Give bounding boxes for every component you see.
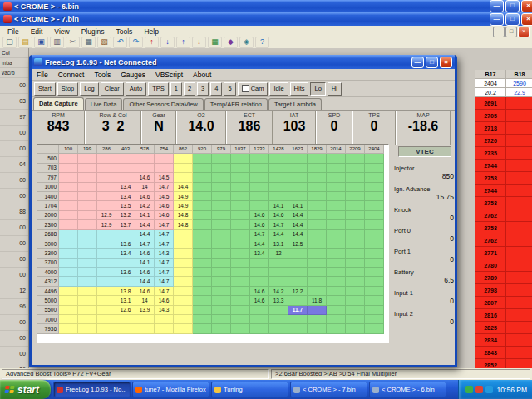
tab-target-lambda[interactable]: Target Lambda: [268, 98, 322, 110]
grid-cell[interactable]: [269, 315, 288, 324]
col-up-icon[interactable]: ↑: [176, 37, 190, 48]
table-cell[interactable]: [506, 110, 532, 122]
grid-cell[interactable]: [155, 324, 174, 333]
grid-cell[interactable]: [288, 173, 308, 182]
row-up-icon[interactable]: ↑: [145, 37, 159, 48]
table-cell[interactable]: 2762: [475, 234, 506, 247]
grid-cell[interactable]: [346, 220, 365, 229]
grid-cell[interactable]: [193, 211, 212, 220]
grid-cell[interactable]: [78, 324, 97, 333]
grid-cell[interactable]: 14.1: [135, 211, 155, 220]
table-cell[interactable]: 2816: [475, 309, 506, 322]
left-panel-cell[interactable]: 04: [0, 157, 28, 173]
freelog-button-log[interactable]: Log: [80, 82, 99, 96]
grid-cell[interactable]: 14.7: [155, 230, 174, 239]
grid-cell[interactable]: [231, 249, 250, 258]
grid-cell[interactable]: [212, 220, 231, 229]
grid-cell[interactable]: [97, 268, 116, 277]
left-panel-cell[interactable]: 00: [0, 126, 28, 141]
table-icon[interactable]: ▦: [208, 37, 222, 48]
left-panel-cell[interactable]: 97: [0, 110, 28, 126]
mdi-minimize-button[interactable]: —: [493, 27, 505, 37]
left-panel-cell[interactable]: 00: [0, 252, 28, 268]
freelog-close-button[interactable]: ×: [440, 57, 452, 68]
freelog-button-idle[interactable]: Idle: [269, 82, 288, 96]
grid-cell[interactable]: 14.6: [250, 211, 269, 220]
left-panel-cell[interactable]: 00: [0, 331, 28, 347]
start-button[interactable]: start: [0, 380, 51, 399]
grid-cell[interactable]: 14.7: [155, 220, 174, 229]
grid-cell[interactable]: [97, 306, 116, 315]
grid-cell[interactable]: [269, 183, 288, 192]
grid-cell[interactable]: [231, 324, 250, 333]
grid-cell[interactable]: [327, 183, 346, 192]
grid-cell[interactable]: [212, 154, 231, 163]
freelog-menu-connect[interactable]: Connect: [53, 71, 90, 79]
grid-cell[interactable]: [365, 306, 384, 315]
grid-cell[interactable]: [250, 154, 269, 163]
grid-cell[interactable]: 14: [135, 183, 155, 192]
grid-cell[interactable]: [231, 201, 250, 210]
grid-cell[interactable]: [288, 154, 308, 163]
grid-cell[interactable]: [78, 154, 97, 163]
grid-cell[interactable]: [250, 324, 269, 333]
undo-icon[interactable]: ↶: [113, 37, 127, 48]
grid-cell[interactable]: [346, 211, 365, 220]
freelog-titlebar[interactable]: FreeLog 1.0.93 - Net Connected —□×: [32, 55, 455, 69]
grid-cell[interactable]: [97, 201, 116, 210]
map-3d-icon[interactable]: ◆: [224, 37, 238, 48]
grid-cell[interactable]: [193, 324, 212, 333]
grid-cell[interactable]: [269, 192, 288, 201]
grid-cell[interactable]: 14.7: [155, 287, 174, 296]
grid-cell[interactable]: [174, 268, 193, 277]
freelog-button-start[interactable]: Start: [34, 82, 56, 96]
grid-cell[interactable]: [78, 192, 97, 201]
grid-cell[interactable]: [327, 249, 346, 258]
grid-cell[interactable]: [327, 315, 346, 324]
table-cell[interactable]: 2590: [506, 79, 532, 88]
table-cell[interactable]: [506, 185, 532, 197]
grid-cell[interactable]: [212, 192, 231, 201]
table-cell[interactable]: [506, 97, 532, 110]
grid-cell[interactable]: [174, 239, 193, 249]
grid-cell[interactable]: 14.4: [135, 230, 155, 239]
col-down-icon[interactable]: ↓: [192, 37, 206, 48]
table-cell[interactable]: 2825: [475, 322, 506, 334]
table-cell[interactable]: [506, 322, 532, 334]
grid-cell[interactable]: [212, 324, 231, 333]
grid-cell[interactable]: [288, 192, 308, 201]
grid-cell[interactable]: [231, 306, 250, 315]
grid-cell[interactable]: [78, 306, 97, 315]
freelog-button-clear[interactable]: Clear: [101, 82, 124, 96]
grid-cell[interactable]: 14.6: [155, 211, 174, 220]
grid-cell[interactable]: [327, 324, 346, 333]
grid-cell[interactable]: 13.4: [116, 183, 135, 192]
new-file-icon[interactable]: ▢: [2, 37, 17, 48]
freelog-button-hits[interactable]: Hits: [290, 82, 309, 96]
grid-cell[interactable]: [250, 201, 269, 210]
grid-cell[interactable]: [155, 164, 174, 173]
grid-cell[interactable]: [231, 192, 250, 201]
grid-cell[interactable]: [365, 164, 384, 173]
grid-cell[interactable]: [250, 192, 269, 201]
lambda-icon[interactable]: ◈: [239, 37, 254, 48]
grid-cell[interactable]: 12: [269, 249, 288, 258]
grid-cell[interactable]: [193, 239, 212, 249]
crome-close-button[interactable]: ×: [521, 13, 532, 26]
left-panel-cell[interactable]: 00: [0, 141, 28, 157]
grid-cell[interactable]: [327, 296, 346, 305]
table-cell[interactable]: 2726: [475, 135, 506, 147]
grid-cell[interactable]: 13.8: [116, 287, 135, 296]
grid-cell[interactable]: 14.7: [155, 268, 174, 277]
grid-cell[interactable]: [327, 277, 346, 286]
grid-cell[interactable]: [231, 164, 250, 173]
task-freelog-1-0-93-no[interactable]: FreeLog 1.0.93 - No...: [53, 382, 131, 397]
grid-cell[interactable]: 13.7: [116, 220, 135, 229]
grid-cell[interactable]: 14.1: [135, 259, 155, 268]
grid-cell[interactable]: 13.4: [116, 192, 135, 201]
grid-cell[interactable]: [365, 192, 384, 201]
crome-minimize-button[interactable]: —: [490, 13, 504, 26]
grid-cell[interactable]: [59, 277, 78, 286]
grid-cell[interactable]: [212, 239, 231, 249]
table-cell[interactable]: 22.9: [506, 88, 532, 97]
